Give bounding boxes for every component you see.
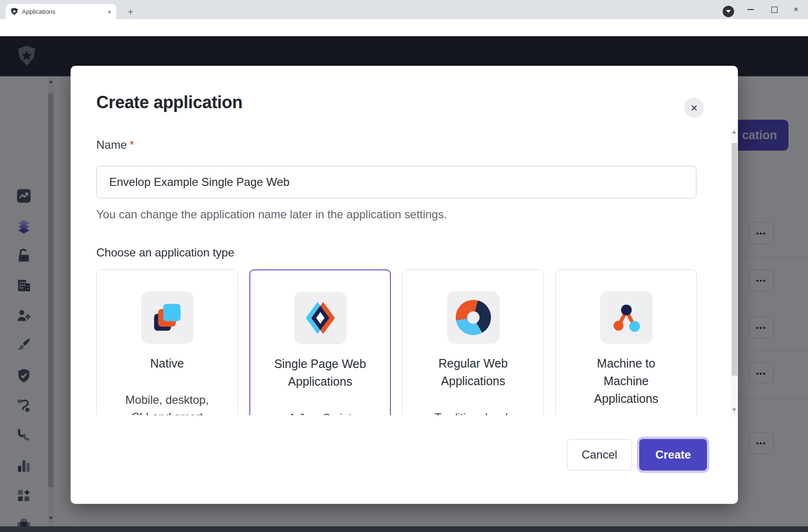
machine-to-machine-icon: [600, 291, 653, 344]
app-type-card-m2m[interactable]: Machine to Machine Applications: [555, 269, 697, 415]
close-icon: ×: [690, 102, 697, 114]
card-title: Regular Web Applications: [439, 355, 508, 390]
card-description: A JavaScript: [288, 409, 352, 415]
window-minimize-button[interactable]: [742, 3, 759, 16]
tab-title: Applications: [22, 8, 107, 15]
modal-scroll-up-icon[interactable]: [732, 131, 736, 133]
app-type-card-spa[interactable]: Single Page Web Applications A JavaScrip…: [249, 269, 391, 415]
native-icon: [141, 291, 194, 344]
modal-close-button[interactable]: ×: [684, 98, 704, 118]
browser-tab-strip: Applications × + ×: [0, 0, 808, 19]
app-type-card-regular-web[interactable]: Regular Web Applications Traditional web: [402, 269, 544, 415]
regular-web-app-icon: [447, 291, 500, 344]
name-help-text: You can change the application name late…: [96, 208, 447, 221]
single-page-app-icon: [294, 292, 347, 344]
window-close-button[interactable]: ×: [788, 3, 805, 16]
modal-scrollbar-thumb[interactable]: [732, 143, 737, 376]
card-description: Mobile, desktop, CLI and smart: [125, 391, 209, 415]
card-description: Traditional web: [435, 409, 512, 415]
modal-scroll-down-icon[interactable]: [732, 409, 736, 411]
create-button[interactable]: Create: [639, 439, 707, 471]
tab-close-icon[interactable]: ×: [107, 8, 112, 15]
card-title: Single Page Web Applications: [274, 355, 366, 390]
chrome-update-icon[interactable]: [723, 6, 734, 17]
card-title: Native: [150, 355, 184, 372]
cancel-button[interactable]: Cancel: [567, 439, 632, 471]
browser-tab[interactable]: Applications ×: [6, 4, 116, 19]
screen: Applications × + × ← → manage.auth0.com/…: [0, 0, 808, 532]
modal-title: Create application: [96, 92, 243, 113]
modal-scroll-area: Name* You can change the application nam…: [71, 128, 731, 415]
application-type-heading: Choose an application type: [96, 246, 235, 259]
new-tab-button[interactable]: +: [125, 6, 136, 18]
auth0-favicon-icon: [10, 8, 18, 15]
application-name-input[interactable]: [96, 166, 696, 198]
name-label: Name*: [96, 138, 134, 152]
app-type-card-native[interactable]: Native Mobile, desktop, CLI and smart: [96, 269, 238, 415]
create-application-modal: Create application × Name* You can chang…: [71, 66, 738, 504]
required-asterisk: *: [130, 138, 134, 151]
browser-toolbar: ← → manage.auth0.com/dashboard/eu/dream-…: [0, 19, 808, 36]
application-type-options: Native Mobile, desktop, CLI and smart Si…: [96, 269, 697, 415]
card-title: Machine to Machine Applications: [594, 355, 658, 408]
window-maximize-button[interactable]: [766, 3, 783, 16]
